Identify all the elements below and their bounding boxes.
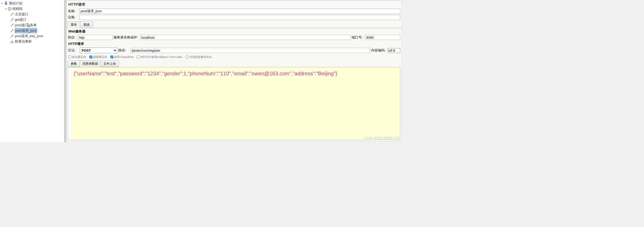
panel-title: HTTP请求: [66, 1, 402, 8]
tree-item-label: post请求_key_json: [15, 34, 43, 38]
editor-content[interactable]: {"userName":"test","password":"1234","ge…: [72, 67, 400, 140]
browser-headers-check[interactable]: 与浏览器兼容的头: [185, 55, 212, 59]
path-input[interactable]: [130, 48, 370, 53]
host-label: 服务器名称或IP:: [114, 35, 139, 40]
svg-point-2: [9, 8, 10, 9]
tree-item-label: get接口: [15, 17, 26, 22]
name-input[interactable]: [79, 9, 400, 14]
tree-item-4[interactable]: post请求_key_json: [0, 33, 64, 39]
tree-item-1[interactable]: get接口: [0, 17, 64, 22]
auto-redirect-check[interactable]: 自动重定向: [68, 55, 86, 59]
svg-rect-8: [10, 42, 11, 43]
tree-root-label: 测试计划: [9, 1, 22, 6]
tree-item-0[interactable]: 主页接口: [0, 11, 64, 17]
method-label: 方法:: [68, 48, 79, 53]
http-request-section: HTTP请求: [66, 41, 402, 47]
web-server-section: Web服务器: [66, 28, 402, 34]
multipart-check[interactable]: 对POST使用multipart / form-data: [137, 55, 182, 59]
tab-params[interactable]: 参数: [68, 61, 80, 67]
tree-item-label: 主页接口: [15, 12, 28, 17]
body-editor[interactable]: {"userName":"test","password":"1234","ge…: [68, 67, 400, 140]
body-tab-bar: 参数 消息体数据 文件上传: [66, 61, 402, 67]
svg-rect-9: [11, 41, 12, 43]
tree-panel: ▾ 测试计划 ▾ 线程组 主页接口 get接口 post接口_表单: [0, 0, 64, 142]
tab-advanced[interactable]: 高级: [80, 22, 93, 28]
collapse-icon[interactable]: ▾: [1, 2, 3, 4]
sampler-icon: [10, 18, 14, 22]
tab-body[interactable]: 消息体数据: [80, 61, 101, 67]
comment-label: 注释:: [68, 15, 79, 20]
method-select[interactable]: POST: [80, 48, 117, 53]
proto-label: 协议:: [68, 35, 77, 40]
sampler-icon: [10, 29, 14, 33]
tree-item-2[interactable]: post接口_表单: [0, 22, 64, 28]
tree-results-label: 察看结果树: [15, 39, 32, 44]
tree-item-label: post请求_json: [15, 28, 37, 33]
path-label: 路径:: [118, 48, 129, 53]
comment-input[interactable]: [79, 15, 400, 20]
tree-group-label: 线程组: [12, 6, 23, 11]
watermark: CSDN @爱笑的眼睛1223: [364, 136, 400, 141]
sampler-icon: [10, 23, 14, 27]
svg-rect-10: [12, 41, 13, 43]
tab-basic[interactable]: 基本: [67, 22, 80, 28]
body-json-text: {"userName":"test","password":"1234","ge…: [74, 71, 337, 76]
tree-root[interactable]: ▾ 测试计划: [0, 1, 64, 6]
sampler-icon: [10, 12, 14, 16]
svg-rect-0: [5, 1, 7, 2]
host-input[interactable]: [140, 35, 351, 40]
gear-icon: [8, 7, 12, 11]
name-label: 名称:: [68, 9, 79, 14]
collapse-icon[interactable]: ▾: [5, 8, 7, 10]
svg-rect-4: [12, 18, 13, 19]
tree-results[interactable]: 察看结果树: [0, 39, 64, 44]
enc-input[interactable]: [388, 48, 400, 53]
enc-label: 内容编码:: [371, 48, 387, 53]
port-label: 端口号:: [352, 35, 364, 40]
port-input[interactable]: [365, 35, 400, 40]
keep-alive-check[interactable]: 使用 KeepAlive: [110, 55, 134, 59]
tree-thread-group[interactable]: ▾ 线程组: [0, 6, 64, 11]
results-icon: [10, 39, 14, 44]
svg-rect-5: [12, 24, 13, 24]
top-tab-bar: 基本 高级: [66, 22, 402, 28]
tab-upload[interactable]: 文件上传: [101, 61, 119, 67]
beaker-icon: [4, 1, 8, 5]
editor-gutter: [68, 67, 72, 140]
svg-rect-6: [12, 29, 13, 30]
follow-redirect-check[interactable]: 跟随重定向: [89, 55, 107, 59]
sampler-icon: [10, 34, 14, 38]
tree-item-label: post接口_表单: [15, 23, 37, 28]
tree-item-3[interactable]: post请求_json: [0, 28, 64, 33]
svg-rect-3: [12, 13, 13, 14]
proto-input[interactable]: [78, 35, 113, 40]
main-panel: HTTP请求 名称: 注释: 基本 高级 Web服务器 协议: 服务器名称或IP…: [66, 1, 402, 142]
options-row: 自动重定向 跟随重定向 使用 KeepAlive 对POST使用multipar…: [66, 54, 402, 60]
svg-rect-7: [12, 35, 13, 35]
